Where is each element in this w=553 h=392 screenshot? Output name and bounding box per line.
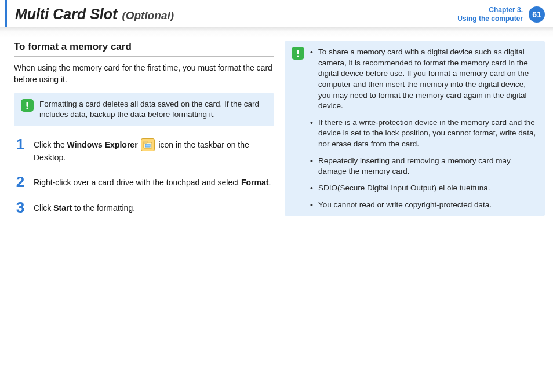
chapter-info: Chapter 3. Using the computer 61 [457, 6, 545, 23]
info-item: To share a memory card with a digital de… [310, 47, 538, 112]
section-intro: When using the memory card for the first… [14, 63, 274, 85]
step-3: 3 Click Start to the formatting. [14, 200, 274, 215]
svg-rect-0 [27, 102, 28, 107]
step-3-text: Click Start to the formatting. [34, 200, 135, 214]
left-column: To format a memory card When using the m… [14, 41, 274, 226]
page-number-badge: 61 [529, 6, 545, 23]
step-3-bold: Start [53, 203, 72, 213]
info-item: You cannot read or write copyright-prote… [310, 200, 538, 211]
title: Multi Card Slot (Optional) [15, 6, 174, 23]
info-item: SDIO(Secure Digital Input Output) ei ole… [310, 183, 538, 194]
page-header: Multi Card Slot (Optional) Chapter 3. Us… [5, 0, 553, 27]
step-3-part-a: Click [34, 203, 53, 213]
step-1-bold: Windows Explorer [67, 140, 138, 149]
info-icon [292, 47, 304, 60]
right-column: To share a memory card with a digital de… [285, 41, 545, 226]
step-2: 2 Right-click over a card drive with the… [14, 174, 274, 189]
info-item: Repeatedly inserting and removing a memo… [310, 156, 538, 177]
step-2-text: Right-click over a card drive with the t… [34, 174, 271, 189]
step-number: 3 [14, 200, 27, 215]
header-separator [0, 27, 553, 38]
step-2-bold: Format [241, 178, 268, 187]
svg-rect-3 [144, 141, 147, 143]
info-item: If there is a write-protection device in… [310, 118, 538, 150]
step-number: 1 [14, 137, 27, 152]
step-1-part-a: Click the [34, 140, 67, 149]
svg-point-1 [26, 108, 28, 109]
title-subtitle: (Optional) [122, 9, 174, 22]
info-list: To share a memory card with a digital de… [310, 47, 538, 210]
step-2-part-a: Right-click over a card drive with the t… [34, 178, 241, 187]
svg-rect-4 [145, 144, 150, 147]
step-1-text: Click the Windows Explorer icon in the t… [34, 137, 274, 164]
chapter-text: Chapter 3. Using the computer [457, 6, 523, 23]
chapter-line-2: Using the computer [457, 14, 523, 23]
svg-point-6 [297, 55, 299, 57]
step-1: 1 Click the Windows Explorer icon in the… [14, 137, 274, 164]
svg-rect-5 [297, 50, 299, 54]
windows-explorer-icon [141, 138, 155, 151]
warning-box: Formatting a card deletes all data saved… [14, 93, 274, 126]
step-3-part-c: to the formatting. [72, 203, 135, 213]
step-2-part-c: . [268, 178, 271, 187]
section-title: To format a memory card [14, 41, 274, 57]
warning-text: Formatting a card deletes all data saved… [39, 99, 267, 120]
warning-icon [21, 99, 34, 112]
info-box: To share a memory card with a digital de… [285, 41, 545, 216]
chapter-line-1: Chapter 3. [457, 6, 523, 14]
step-number: 2 [14, 174, 27, 189]
content-columns: To format a memory card When using the m… [0, 41, 553, 226]
title-main: Multi Card Slot [15, 6, 117, 23]
